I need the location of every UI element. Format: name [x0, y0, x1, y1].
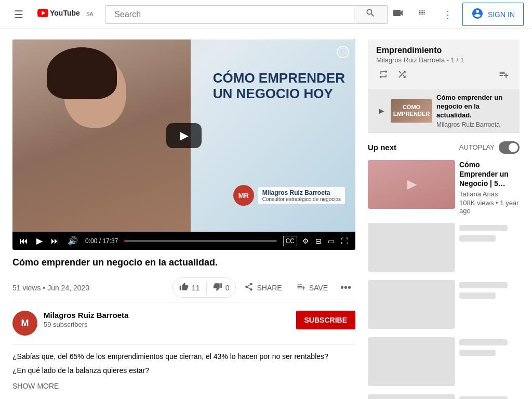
theater-button[interactable]: ▭ [327, 236, 336, 246]
main-layout: CÓMO EMPRENDER UN NEGOCIO HOY MR Milagro… [0, 29, 532, 399]
skel-info-4 [459, 394, 520, 399]
thumbs-down-icon [213, 282, 222, 293]
video-content: CÓMO EMPRENDER UN NEGOCIO HOY MR Milagro… [12, 39, 355, 399]
share-button[interactable]: SHARE [238, 278, 288, 297]
video-player[interactable]: CÓMO EMPRENDER UN NEGOCIO HOY MR Milagro… [12, 39, 355, 250]
loop-button[interactable] [376, 68, 391, 83]
playlist-item[interactable]: ▶ CÓMO EMPRENDER Cómo emprender un negoc… [368, 89, 520, 133]
save-icon [297, 282, 306, 293]
apps-icon [417, 7, 429, 22]
date-separator: • [43, 284, 47, 292]
skel-line [459, 339, 508, 345]
apps-button[interactable] [413, 4, 433, 25]
up-next-stats: 108K views • 1 year ago [459, 199, 520, 215]
channel-name[interactable]: Milagros Ruiz Barroeta [44, 311, 296, 320]
account-circle-icon [471, 7, 484, 21]
up-next-views: 108K views [459, 199, 494, 207]
skip-back-button[interactable]: ⏮ [19, 235, 29, 247]
play-pause-button[interactable]: ▶ [35, 235, 44, 247]
loop-icon [378, 71, 389, 82]
video-controls-bar: ⏮ ▶ ⏭ 🔊 0:00 / 17:37 CC ⚙ ⊟ ▭ ⛶ [12, 232, 355, 250]
progress-bar[interactable] [124, 240, 276, 242]
more-dots-icon: ••• [340, 282, 351, 293]
like-button[interactable]: 11 [173, 278, 206, 297]
shuffle-button[interactable] [395, 68, 409, 83]
time-total: 17:37 [102, 237, 118, 245]
up-next-card[interactable]: ▶ Cómo Emprender un Negocio | 5… Tatiana… [368, 158, 520, 221]
create-icon [392, 7, 404, 22]
settings-button[interactable]: ⚙ [301, 236, 310, 246]
volume-button[interactable]: 🔊 [66, 235, 79, 247]
skeleton-card-1 [368, 221, 520, 278]
up-next-info: Cómo Emprender un Negocio | 5… Tatiana A… [459, 160, 520, 215]
like-count: 11 [192, 284, 200, 292]
save-label: SAVE [309, 284, 328, 292]
up-next-thumbnail: ▶ [368, 160, 455, 209]
playlist-title: Emprendimiento [376, 46, 511, 55]
search-input[interactable] [106, 6, 354, 23]
up-next-title: Cómo Emprender un Negocio | 5… [459, 160, 520, 189]
show-more-button[interactable]: SHOW MORE [12, 380, 355, 392]
skip-forward-button[interactable]: ⏭ [50, 235, 60, 247]
autoplay-label: AUTOPLAY [459, 143, 495, 151]
skel-line [459, 225, 508, 231]
menu-button[interactable]: ☰ [8, 4, 29, 25]
playlist-controls [376, 68, 511, 83]
search-bar [105, 5, 388, 24]
time-current: 0:00 [85, 237, 97, 245]
progress-fill [124, 240, 126, 242]
playlist-subtitle: Milagros Ruiz Barroeta - 1 / 1 [376, 56, 511, 64]
share-icon [244, 282, 254, 293]
description-line-1: ¿Sabías que, del 65% de los emprendimien… [12, 351, 355, 362]
brand-logo: MR [233, 185, 254, 206]
skel-line [459, 396, 508, 399]
video-title-overlay: CÓMO EMPRENDER UN NEGOCIO HOY [213, 71, 345, 102]
like-dislike-group: 11 0 [172, 277, 236, 298]
skel-thumb-4 [368, 394, 455, 399]
skel-line [459, 292, 496, 299]
channel-info: Milagros Ruiz Barroeta 59 subscribers [44, 311, 296, 328]
logo[interactable]: YouTube SA [37, 8, 93, 21]
add-to-playlist-button[interactable] [497, 68, 511, 83]
more-icon: ⋮ [443, 8, 453, 21]
more-actions-button[interactable]: ••• [336, 277, 355, 298]
video-info-button[interactable]: ⓘ [337, 46, 349, 58]
youtube-logo-svg: YouTube [37, 8, 84, 18]
hamburger-icon: ☰ [14, 8, 23, 21]
search-button[interactable] [354, 6, 387, 23]
time-display: 0:00 / 17:37 [85, 237, 118, 245]
playlist-item-thumbnail: CÓMO EMPRENDER [391, 99, 432, 123]
playlist-item-title: Cómo emprender un negocio en la actualid… [436, 94, 511, 120]
share-label: SHARE [257, 284, 282, 292]
description-line-2: ¿En qué lado de la balanza quieres estar… [12, 365, 355, 376]
create-video-button[interactable] [388, 4, 408, 25]
save-button[interactable]: SAVE [290, 278, 334, 297]
more-options-button[interactable]: ⋮ [437, 4, 458, 25]
playlist-item-channel: Milagros Ruiz Barroeta [436, 121, 511, 128]
skel-thumb-1 [368, 223, 455, 272]
up-next-label: Up next [368, 143, 459, 152]
play-button[interactable] [166, 123, 202, 148]
header: ☰ YouTube SA ⋮ [0, 0, 532, 29]
captions-button[interactable]: CC [283, 236, 297, 246]
video-thumbnail: CÓMO EMPRENDER UN NEGOCIO HOY MR Milagro… [12, 39, 355, 232]
sign-in-button[interactable]: SIGN IN [462, 3, 524, 26]
shuffle-icon [397, 71, 407, 82]
skel-info-1 [459, 223, 520, 272]
now-playing-icon: ▶ [376, 107, 387, 115]
channel-avatar: M [12, 311, 37, 336]
autoplay-toggle[interactable] [499, 141, 520, 154]
subscriber-count: 59 subscribers [44, 321, 296, 328]
skel-line [459, 350, 496, 356]
fullscreen-button[interactable]: ⛶ [340, 236, 349, 246]
subscribe-button[interactable]: SUBSCRIBE [296, 311, 355, 329]
add-playlist-icon [499, 71, 509, 82]
skeleton-card-3 [368, 335, 520, 392]
up-next-dot: • [496, 199, 498, 207]
playlist-item-info: Cómo emprender un negocio en la actualid… [436, 94, 511, 128]
miniplayer-button[interactable]: ⊟ [314, 236, 323, 246]
video-description: ¿Sabías que, del 65% de los emprendimien… [12, 344, 355, 398]
dislike-count: 0 [225, 284, 230, 292]
overlay-line1: CÓMO EMPRENDER [213, 71, 345, 86]
dislike-button[interactable]: 0 [207, 278, 236, 297]
